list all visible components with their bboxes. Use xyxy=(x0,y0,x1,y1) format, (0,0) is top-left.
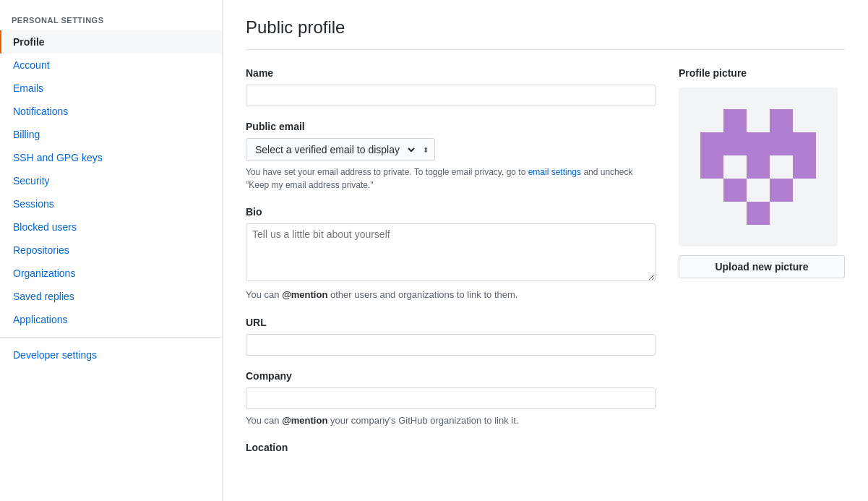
company-group: Company You can @mention your company's … xyxy=(246,370,656,428)
svg-rect-20 xyxy=(700,202,723,225)
svg-rect-10 xyxy=(700,155,723,179)
svg-rect-16 xyxy=(723,179,747,202)
svg-rect-22 xyxy=(747,202,770,225)
svg-rect-17 xyxy=(747,179,770,202)
select-arrow-icon: ⬍ xyxy=(417,146,434,154)
name-group: Name xyxy=(246,67,656,106)
svg-rect-24 xyxy=(793,202,816,225)
profile-picture-container xyxy=(679,87,838,247)
sidebar-item-account[interactable]: Account xyxy=(0,53,222,77)
svg-rect-5 xyxy=(700,132,723,155)
sidebar-item-emails[interactable]: Emails xyxy=(0,77,222,100)
profile-form: Name Public email Select a verified emai… xyxy=(246,67,656,468)
content-area: Name Public email Select a verified emai… xyxy=(246,67,845,468)
url-group: URL xyxy=(246,317,656,356)
sidebar-item-organizations[interactable]: Organizations xyxy=(0,262,222,285)
pixel-avatar xyxy=(700,109,816,225)
sidebar-divider xyxy=(0,337,222,338)
sidebar-item-profile[interactable]: Profile xyxy=(0,30,222,53)
sidebar-item-repositories[interactable]: Repositories xyxy=(0,239,222,262)
bio-textarea[interactable] xyxy=(246,223,656,281)
sidebar-item-billing[interactable]: Billing xyxy=(0,123,222,146)
sidebar-item-ssh-gpg[interactable]: SSH and GPG keys xyxy=(0,146,222,169)
email-hint: You have set your email address to priva… xyxy=(246,166,656,192)
svg-rect-18 xyxy=(770,179,793,202)
url-label: URL xyxy=(246,317,656,328)
bio-hint: You can @mention other users and organiz… xyxy=(246,288,656,302)
email-select[interactable]: Select a verified email to display xyxy=(246,139,417,160)
svg-rect-0 xyxy=(700,109,723,132)
svg-rect-21 xyxy=(723,202,747,225)
sidebar-item-blocked-users[interactable]: Blocked users xyxy=(0,215,222,239)
svg-rect-23 xyxy=(770,202,793,225)
name-label: Name xyxy=(246,67,656,79)
svg-rect-19 xyxy=(793,179,816,202)
svg-rect-12 xyxy=(747,155,770,179)
developer-settings-section: Developer settings xyxy=(0,343,222,367)
sidebar: Personal settings Profile Account Emails… xyxy=(0,0,223,501)
svg-rect-9 xyxy=(793,132,816,155)
svg-rect-7 xyxy=(747,132,770,155)
url-input[interactable] xyxy=(246,334,656,356)
svg-rect-6 xyxy=(723,132,747,155)
svg-rect-3 xyxy=(770,109,793,132)
svg-rect-4 xyxy=(793,109,816,132)
company-label: Company xyxy=(246,370,656,382)
public-email-label: Public email xyxy=(246,121,656,132)
location-group: Location xyxy=(246,442,656,453)
profile-picture-label: Profile picture xyxy=(679,67,845,79)
sidebar-item-sessions[interactable]: Sessions xyxy=(0,192,222,215)
bio-label: Bio xyxy=(246,206,656,218)
svg-rect-8 xyxy=(770,132,793,155)
sidebar-item-notifications[interactable]: Notifications xyxy=(0,100,222,123)
bio-group: Bio You can @mention other users and org… xyxy=(246,206,656,302)
profile-picture-section: Profile picture xyxy=(679,67,845,468)
upload-picture-button[interactable]: Upload new picture xyxy=(679,255,845,278)
sidebar-item-security[interactable]: Security xyxy=(0,169,222,192)
sidebar-header: Personal settings xyxy=(0,12,222,30)
company-hint: You can @mention your company's GitHub o… xyxy=(246,414,656,428)
location-label: Location xyxy=(246,442,656,453)
svg-rect-1 xyxy=(723,109,747,132)
email-select-wrapper: Select a verified email to display ⬍ xyxy=(246,138,435,161)
main-content: Public profile Name Public email Select … xyxy=(223,0,868,501)
name-input[interactable] xyxy=(246,85,656,106)
svg-rect-14 xyxy=(793,155,816,179)
company-input[interactable] xyxy=(246,387,656,409)
page-title: Public profile xyxy=(246,17,845,50)
svg-rect-11 xyxy=(723,155,747,179)
svg-rect-13 xyxy=(770,155,793,179)
sidebar-item-developer-settings[interactable]: Developer settings xyxy=(0,343,222,367)
svg-rect-2 xyxy=(747,109,770,132)
sidebar-item-saved-replies[interactable]: Saved replies xyxy=(0,285,222,308)
svg-rect-15 xyxy=(700,179,723,202)
sidebar-item-applications[interactable]: Applications xyxy=(0,308,222,331)
public-email-group: Public email Select a verified email to … xyxy=(246,121,656,192)
email-settings-link[interactable]: email settings xyxy=(528,167,581,177)
